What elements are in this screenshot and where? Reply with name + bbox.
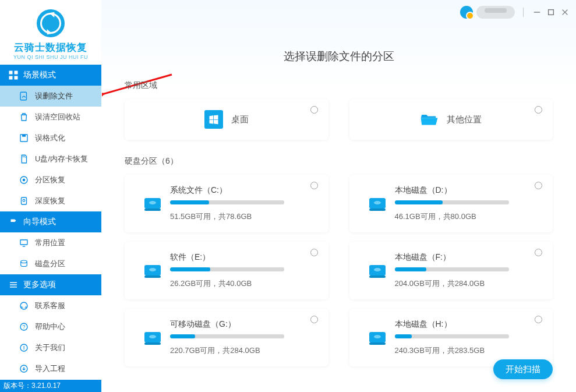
brand-pinyin: YUN QI SHI SHU JU HUI FU: [6, 54, 96, 60]
sidebar-item-format[interactable]: 误格式化: [0, 128, 101, 149]
common-card-other-location[interactable]: 其他位置: [349, 99, 553, 140]
sidebar-item-label: 关于我们: [35, 342, 65, 353]
disk-name: 可移动磁盘（G:）: [170, 319, 318, 330]
radio-icon: [310, 182, 318, 189]
sidebar-item-about[interactable]: ! 关于我们: [0, 337, 101, 358]
deep-scan-icon: [19, 196, 29, 206]
svg-rect-35: [144, 342, 161, 345]
svg-point-12: [21, 260, 27, 263]
sidebar-item-label: 帮助中心: [35, 322, 65, 332]
svg-rect-2: [9, 76, 13, 80]
sidebar: 云骑士数据恢复 YUN QI SHI SHU JU HUI FU 场景模式 误删…: [0, 0, 101, 392]
svg-rect-6: [22, 135, 26, 137]
sidebar-section-more[interactable]: 更多选项: [0, 274, 101, 295]
svg-point-27: [374, 201, 381, 204]
sidebar-section-label: 场景模式: [23, 70, 56, 80]
sidebar-item-help[interactable]: ? 帮助中心: [0, 316, 101, 337]
sd-card-icon: [19, 154, 29, 164]
sidebar-item-label: 深度恢复: [35, 196, 65, 206]
main-content: 选择误删除文件的分区 常用区域 桌面 其他位置 硬盘分区（6） 系统文件（C:）…: [101, 0, 576, 392]
sidebar-item-label: U盘/内存卡恢复: [35, 154, 88, 164]
disk-stat: 46.1GB可用，共80.0GB: [395, 211, 543, 222]
radio-icon: [535, 106, 542, 114]
svg-point-36: [149, 335, 156, 338]
disk-stat: 240.3GB可用，共283.5GB: [395, 345, 543, 356]
disk-icon: [19, 259, 29, 269]
svg-rect-23: [144, 209, 161, 211]
svg-point-10: [23, 199, 25, 202]
sidebar-item-label: 分区恢复: [35, 175, 65, 185]
svg-rect-29: [144, 276, 161, 278]
sidebar-item-recycle-bin[interactable]: 误清空回收站: [0, 107, 101, 128]
disk-card[interactable]: 软件（E:）26.2GB可用，共40.0GB: [125, 242, 328, 299]
svg-text:!: !: [23, 345, 25, 351]
disk-stat: 26.2GB可用，共40.0GB: [170, 278, 318, 289]
sidebar-item-label: 常用位置: [35, 238, 65, 248]
usage-bar: [170, 200, 284, 204]
app-logo: 云骑士数据恢复 YUN QI SHI SHU JU HUI FU: [0, 0, 101, 65]
sidebar-item-disk-partition[interactable]: 磁盘分区: [0, 253, 101, 274]
disk-name: 系统文件（C:）: [170, 185, 318, 196]
radio-icon: [310, 249, 318, 256]
svg-point-24: [149, 201, 156, 204]
hdd-icon: [135, 319, 170, 356]
info-icon: !: [19, 342, 29, 353]
start-scan-label: 开始扫描: [506, 364, 540, 375]
sidebar-section-label: 更多选项: [23, 280, 56, 290]
svg-point-30: [149, 268, 156, 271]
sidebar-item-usb[interactable]: U盘/内存卡恢复: [0, 149, 101, 169]
disk-card[interactable]: 系统文件（C:）51.5GB可用，共78.6GB: [125, 175, 328, 232]
common-card-label: 桌面: [231, 114, 249, 125]
radio-icon: [535, 182, 542, 189]
radio-icon: [310, 106, 318, 114]
sidebar-item-label: 误格式化: [35, 133, 65, 143]
import-icon: [19, 363, 29, 374]
folder-open-icon: [420, 110, 439, 129]
monitor-icon: [19, 238, 29, 248]
usage-bar: [170, 267, 284, 271]
svg-rect-26: [369, 209, 386, 211]
usage-bar: [170, 334, 284, 338]
hdd-icon: [135, 185, 170, 222]
sidebar-item-support[interactable]: 联系客服: [0, 295, 101, 316]
svg-point-39: [374, 335, 381, 338]
svg-rect-32: [369, 276, 386, 278]
disk-name: 本地磁盘（D:）: [395, 185, 543, 196]
brand-name: 云骑士数据恢复: [6, 41, 96, 54]
sidebar-section-scene-mode[interactable]: 场景模式: [0, 65, 101, 86]
sidebar-item-partition[interactable]: 分区恢复: [0, 169, 101, 190]
disk-card[interactable]: 本地磁盘（H:）240.3GB可用，共283.5GB: [349, 309, 553, 366]
svg-rect-38: [369, 342, 386, 345]
disk-stat: 204.0GB可用，共284.0GB: [395, 278, 543, 289]
sidebar-section-wizard-mode[interactable]: 向导模式: [0, 211, 101, 232]
common-card-desktop[interactable]: 桌面: [125, 99, 328, 140]
usage-bar: [395, 267, 509, 271]
radio-icon: [535, 249, 542, 256]
disk-card[interactable]: 本地磁盘（D:）46.1GB可用，共80.0GB: [349, 175, 553, 232]
menu-icon: [8, 280, 19, 290]
partition-icon: [19, 175, 29, 185]
sidebar-item-label: 磁盘分区: [35, 259, 65, 269]
headset-icon: [19, 301, 29, 311]
windows-icon: [204, 110, 223, 129]
hdd-icon: [360, 252, 395, 289]
help-icon: ?: [19, 322, 29, 332]
start-scan-button[interactable]: 开始扫描: [493, 359, 553, 379]
floppy-icon: [19, 133, 29, 143]
sidebar-item-label: 误删除文件: [35, 91, 73, 101]
disk-stat: 51.5GB可用，共78.6GB: [170, 211, 318, 222]
sidebar-section-label: 向导模式: [23, 217, 56, 227]
disk-card[interactable]: 本地磁盘（F:）204.0GB可用，共284.0GB: [349, 242, 553, 299]
disk-card[interactable]: 可移动磁盘（G:）220.7GB可用，共284.0GB: [125, 309, 328, 366]
disk-section-label: 硬盘分区（6）: [125, 156, 553, 167]
usage-bar: [395, 200, 509, 204]
svg-text:?: ?: [23, 324, 26, 330]
sidebar-item-deleted-files[interactable]: 误删除文件: [0, 86, 101, 107]
common-section-label: 常用区域: [125, 80, 553, 91]
svg-point-13: [20, 302, 27, 309]
sidebar-item-import[interactable]: 导入工程: [0, 358, 101, 379]
usage-bar: [395, 334, 509, 338]
sidebar-item-common-location[interactable]: 常用位置: [0, 232, 101, 253]
sidebar-item-deep[interactable]: 深度恢复: [0, 190, 101, 211]
signpost-icon: [8, 217, 19, 227]
